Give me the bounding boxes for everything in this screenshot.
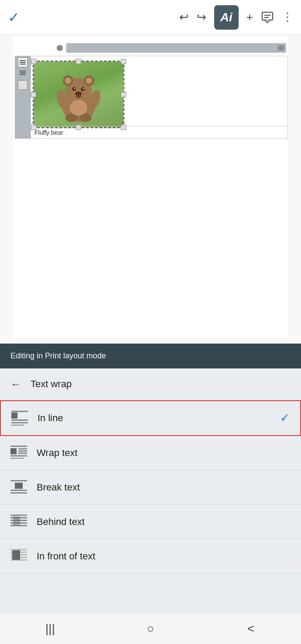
svg-rect-30: [18, 450, 27, 452]
more-button[interactable]: ⋮: [282, 10, 293, 24]
svg-point-21: [70, 100, 87, 116]
side-ruler-lines: [20, 71, 26, 75]
svg-rect-33: [10, 458, 24, 459]
svg-rect-5: [20, 64, 26, 65]
break-icon: [10, 480, 27, 495]
text-wrap-header[interactable]: ← Text wrap: [0, 368, 301, 400]
side-ruler: [15, 56, 31, 139]
document-area: Fluffy bear: [0, 35, 301, 344]
behind-icon-svg: [10, 515, 27, 529]
svg-rect-4: [20, 62, 26, 63]
inline-icon: [11, 411, 28, 426]
mode-bar-text: Editing in Print layout mode: [10, 351, 106, 360]
handle-top-left[interactable]: [31, 59, 36, 64]
ruler-top: [13, 40, 288, 56]
svg-rect-31: [18, 453, 27, 454]
front-icon-svg: [10, 549, 27, 564]
side-ruler-small: [18, 80, 27, 90]
comment-icon: [261, 11, 274, 24]
toolbar: ✓ ↩ ↪ Ai + ⋮: [0, 0, 301, 35]
inline-check: ✓: [280, 411, 290, 425]
svg-rect-34: [10, 480, 27, 481]
bear-image: [34, 61, 123, 127]
text-wrap-title: Text wrap: [31, 378, 72, 390]
svg-rect-29: [18, 448, 27, 450]
svg-rect-32: [10, 455, 27, 457]
handle-top-middle[interactable]: [76, 59, 81, 64]
behind-icon: [10, 515, 27, 529]
inline-label: In line: [38, 412, 270, 424]
doc-content-row: Fluffy bear: [13, 56, 288, 139]
svg-rect-39: [10, 515, 27, 516]
ruler-bar-lines: [278, 45, 284, 51]
bottom-nav: ||| ○ <: [0, 613, 301, 644]
bear-svg: [52, 66, 105, 123]
image-selected[interactable]: [33, 61, 124, 128]
caption-bar: Fluffy bear: [31, 126, 287, 138]
image-box-wrapper: Fluffy bear: [31, 56, 288, 139]
comment-button[interactable]: [261, 11, 274, 24]
menu-item-wrap[interactable]: Wrap text: [0, 436, 301, 470]
front-label: In front of text: [37, 551, 291, 562]
caption-text: Fluffy bear: [34, 129, 63, 136]
add-button[interactable]: +: [246, 10, 253, 24]
svg-rect-36: [10, 490, 27, 491]
behind-label: Behind text: [37, 516, 291, 528]
menu-item-inline[interactable]: In line ✓: [0, 400, 301, 436]
svg-rect-0: [262, 12, 273, 20]
svg-rect-45: [10, 549, 27, 550]
svg-point-11: [86, 78, 92, 84]
mode-bar: Editing in Print layout mode: [0, 344, 301, 368]
ruler-bar: [66, 43, 286, 53]
wrap-label: Wrap text: [37, 447, 291, 459]
menu-item-break[interactable]: Break text: [0, 470, 301, 505]
undo-button[interactable]: ↩: [179, 10, 189, 24]
back-button[interactable]: <: [238, 616, 264, 642]
svg-point-14: [74, 88, 75, 89]
handle-middle-left[interactable]: [31, 92, 36, 97]
wrap-icon: [10, 446, 27, 460]
svg-rect-35: [15, 483, 23, 489]
recents-button[interactable]: |||: [37, 616, 63, 642]
svg-rect-44: [13, 516, 20, 525]
svg-point-16: [75, 92, 82, 96]
svg-rect-22: [11, 412, 17, 419]
menu-item-behind[interactable]: Behind text: [0, 505, 301, 539]
handle-middle-right[interactable]: [121, 92, 126, 97]
svg-rect-26: [11, 425, 24, 426]
svg-rect-37: [10, 492, 27, 494]
side-ruler-icon: [18, 58, 27, 67]
svg-rect-3: [20, 60, 26, 61]
svg-rect-28: [10, 448, 17, 454]
toolbar-left: ✓: [8, 9, 20, 26]
handle-top-right[interactable]: [121, 59, 126, 64]
svg-rect-24: [11, 419, 28, 421]
doc-page: Fluffy bear: [13, 35, 288, 339]
svg-rect-50: [12, 550, 20, 560]
font-button[interactable]: Ai: [214, 5, 239, 30]
ruler-dot: [57, 45, 63, 51]
svg-point-10: [65, 78, 71, 84]
front-icon: [10, 549, 27, 564]
toolbar-center: ↩ ↪ Ai + ⋮: [179, 5, 293, 30]
break-icon-svg: [10, 480, 27, 495]
svg-rect-25: [11, 422, 28, 423]
svg-rect-43: [10, 525, 27, 526]
inline-icon-svg: [11, 411, 28, 426]
menu-item-front[interactable]: In front of text: [0, 539, 301, 574]
check-button[interactable]: ✓: [8, 9, 20, 26]
home-button[interactable]: ○: [137, 616, 164, 642]
wrap-icon-svg: [10, 446, 27, 460]
lines-icon: [19, 59, 26, 66]
break-label: Break text: [37, 482, 291, 493]
menu-section: ← Text wrap In line ✓: [0, 368, 301, 613]
doc-blank-area: [13, 139, 288, 300]
redo-button[interactable]: ↪: [197, 10, 206, 24]
svg-rect-23: [11, 411, 28, 412]
svg-rect-27: [10, 446, 27, 447]
svg-point-15: [83, 88, 84, 89]
back-icon: ←: [10, 378, 21, 390]
